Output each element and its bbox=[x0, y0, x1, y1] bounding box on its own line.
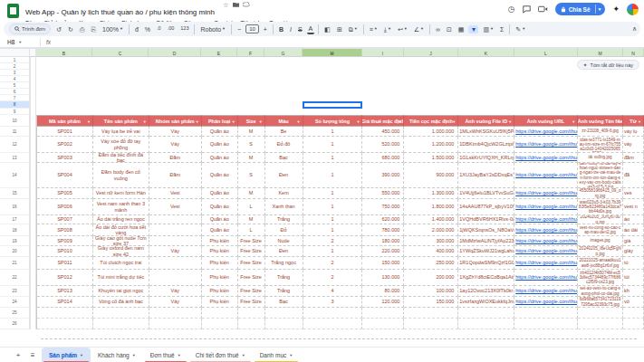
cell[interactable] bbox=[37, 308, 93, 319]
cell[interactable]: M bbox=[238, 188, 265, 199]
cell[interactable]: 900.000 bbox=[404, 163, 458, 188]
cell[interactable]: Váy bbox=[149, 137, 202, 153]
cell[interactable] bbox=[362, 308, 404, 319]
name-box-dropdown-icon[interactable]: ▼ bbox=[18, 40, 22, 44]
row-header-15[interactable]: 15 bbox=[0, 188, 30, 199]
row-header-5[interactable]: 5 bbox=[0, 82, 30, 89]
cell[interactable]: 1VQHdBVR6HX1Rlvs-0a bbox=[458, 215, 514, 224]
filter-funnel-icon[interactable]: ▼ bbox=[572, 119, 575, 124]
filter-funnel-icon[interactable]: ▼ bbox=[617, 119, 620, 124]
cell[interactable]: Váy bbox=[149, 286, 202, 297]
cell[interactable]: https://drive.google.com/thumbnail?id= bbox=[514, 236, 578, 246]
table-header-cell[interactable]: Nhóm sản phẩm▼ bbox=[149, 115, 202, 127]
cell[interactable]: M bbox=[238, 127, 265, 137]
cell[interactable]: 150.000 bbox=[362, 257, 404, 270]
cell[interactable]: Free Size bbox=[238, 236, 265, 246]
cell[interactable]: 450.000 bbox=[362, 127, 404, 137]
cell[interactable]: 20240205_JUrQ67u0q.jpg bbox=[578, 215, 623, 224]
cell[interactable]: Vest nam xanh than 3 mảnh bbox=[93, 199, 149, 215]
format-percent-icon[interactable]: % bbox=[143, 25, 152, 33]
cell[interactable]: 390.000 bbox=[362, 163, 404, 188]
cell[interactable]: https://drive.google.com/thumbnail?id= bbox=[514, 163, 578, 188]
filter-funnel-icon[interactable]: ▼ bbox=[356, 119, 360, 124]
italic-icon[interactable]: I bbox=[288, 25, 293, 33]
tab-danh-mục[interactable]: Danh mục▼ bbox=[253, 348, 301, 362]
cell[interactable] bbox=[202, 319, 238, 329]
redo-icon[interactable]: ↻ bbox=[66, 25, 75, 33]
cell[interactable]: Free Size bbox=[238, 286, 265, 297]
cell[interactable]: Trắng bbox=[265, 270, 303, 286]
cell[interactable]: 550.000 bbox=[362, 188, 404, 199]
cell[interactable]: Free Size bbox=[238, 257, 265, 270]
column-header-H[interactable]: H bbox=[303, 48, 362, 57]
cell[interactable]: vò bbox=[623, 297, 644, 308]
undo-icon[interactable]: ↺ bbox=[54, 25, 63, 33]
cell[interactable]: Vest nữ kem form Hàn bbox=[93, 188, 149, 199]
font-size-decrease-icon[interactable]: − bbox=[235, 25, 243, 33]
cell[interactable]: Đầm bbox=[149, 163, 202, 188]
cell[interactable]: Túi clutch ngọc trai bbox=[93, 257, 149, 270]
cell[interactable]: 1V4Ujj6elu1BLVTvvSuG0a bbox=[458, 188, 514, 199]
cell[interactable]: 2 bbox=[303, 270, 363, 286]
tab-đơn-thuê[interactable]: Đơn thuê▼ bbox=[143, 348, 188, 362]
cell[interactable]: 620.000 bbox=[362, 215, 404, 224]
table-header-cell[interactable]: Phân loại▼ bbox=[202, 115, 238, 127]
sheets-logo-icon[interactable] bbox=[7, 4, 19, 18]
cell[interactable] bbox=[238, 319, 265, 329]
increase-decimals-icon[interactable]: .00 bbox=[166, 25, 177, 33]
font-size-box[interactable]: 10 bbox=[245, 24, 259, 33]
cell[interactable]: 1 bbox=[303, 163, 363, 188]
row-header-16[interactable]: 16 bbox=[0, 199, 30, 215]
summarize-data-chip[interactable]: ✦ Tóm tắt dữ liệu này bbox=[577, 60, 639, 70]
strikethrough-icon[interactable]: S bbox=[296, 25, 304, 33]
row-header-26[interactable]: 26 bbox=[0, 319, 30, 329]
cell[interactable] bbox=[37, 319, 93, 329]
table-header-cell[interactable]: Tên sản phẩm▼ bbox=[93, 115, 149, 127]
cell[interactable]: https://drive.google.com/thumbnail?id= bbox=[514, 127, 578, 137]
horizontal-align-icon[interactable]: ≡▼ bbox=[368, 25, 380, 33]
cell[interactable]: Xanh than bbox=[265, 199, 303, 215]
column-header-N[interactable]: N bbox=[623, 48, 644, 57]
all-sheets-icon[interactable]: ≡ bbox=[27, 351, 38, 359]
cell[interactable]: Quần áo bbox=[202, 137, 238, 153]
cell[interactable]: váy bbox=[623, 137, 644, 153]
tab-dropdown-icon[interactable]: ▼ bbox=[178, 353, 181, 357]
cell[interactable]: https://drive.google.com/thumbnail?id= bbox=[514, 153, 578, 163]
cell[interactable]: ves bbox=[623, 188, 644, 199]
cell[interactable]: 2.000.000 bbox=[404, 224, 458, 236]
cell[interactable]: Đầm bbox=[149, 153, 202, 163]
cell[interactable]: Phụ kiện bbox=[202, 297, 238, 308]
star-icon[interactable]: ☆ bbox=[223, 2, 228, 9]
merge-cells-icon[interactable]: ⧉▼ bbox=[347, 25, 360, 33]
cell[interactable]: Giày cao gót nude 7cm size 37 bbox=[93, 236, 149, 246]
cell[interactable]: 1 bbox=[303, 188, 363, 199]
vertical-align-icon[interactable]: ⤓▼ bbox=[382, 25, 393, 33]
column-header-D[interactable]: D bbox=[149, 48, 201, 57]
row-header-20[interactable]: 20 bbox=[0, 246, 30, 257]
cell[interactable]: 180.000 bbox=[362, 236, 404, 246]
column-header-E[interactable]: E bbox=[201, 48, 237, 57]
cell[interactable] bbox=[149, 224, 202, 236]
cell[interactable]: 1 bbox=[303, 137, 363, 153]
filter-funnel-icon[interactable]: ▼ bbox=[87, 119, 91, 124]
cell[interactable]: 150.000 bbox=[404, 297, 458, 308]
cell[interactable]: SP008 bbox=[37, 224, 93, 236]
cell[interactable]: 400.000 bbox=[404, 246, 458, 257]
row-header-12[interactable]: 12 bbox=[0, 137, 30, 153]
cell[interactable]: 1XgZhYd8ctECoBqa1Atr bbox=[458, 270, 514, 286]
cell[interactable] bbox=[149, 308, 202, 319]
cell[interactable] bbox=[458, 308, 514, 319]
formula-input[interactable] bbox=[51, 37, 644, 47]
cell[interactable]: Đỏ đô bbox=[265, 137, 303, 153]
cell[interactable]: L bbox=[238, 224, 265, 236]
cell[interactable]: Quần áo bbox=[202, 153, 238, 163]
cell[interactable]: M bbox=[238, 153, 265, 163]
cell[interactable]: SP011 bbox=[37, 257, 93, 270]
cell[interactable]: SP002 bbox=[37, 137, 93, 153]
cell[interactable] bbox=[149, 319, 202, 329]
cell[interactable]: 220.000 bbox=[362, 246, 404, 257]
cell[interactable]: Khuyên tai giọt ngọc bbox=[93, 286, 149, 297]
zoom-select[interactable]: 100%▼ bbox=[101, 25, 125, 33]
cell[interactable]: áo bbox=[623, 215, 644, 224]
cell[interactable]: Đen bbox=[265, 246, 303, 257]
